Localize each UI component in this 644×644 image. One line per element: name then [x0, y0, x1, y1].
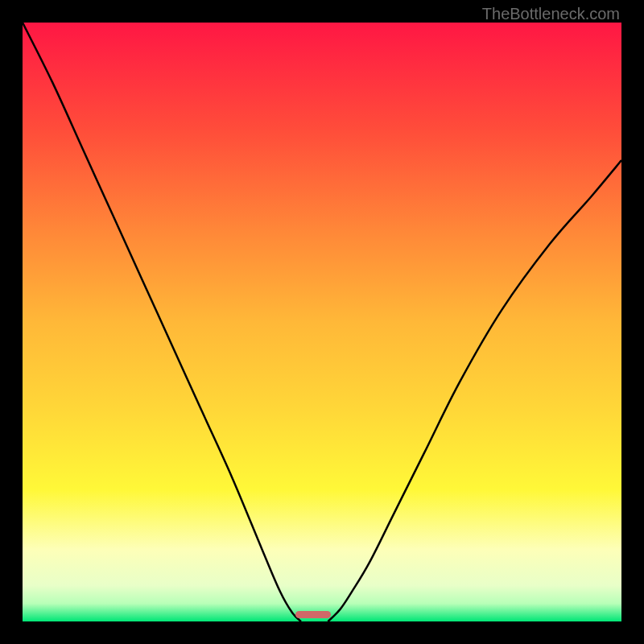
chart-area — [23, 23, 621, 621]
watermark-text: TheBottleneck.com — [482, 5, 620, 23]
curves-overlay — [23, 23, 621, 621]
left-curve-line — [23, 23, 301, 621]
right-curve-line — [328, 160, 621, 621]
bottom-marker — [295, 611, 332, 618]
